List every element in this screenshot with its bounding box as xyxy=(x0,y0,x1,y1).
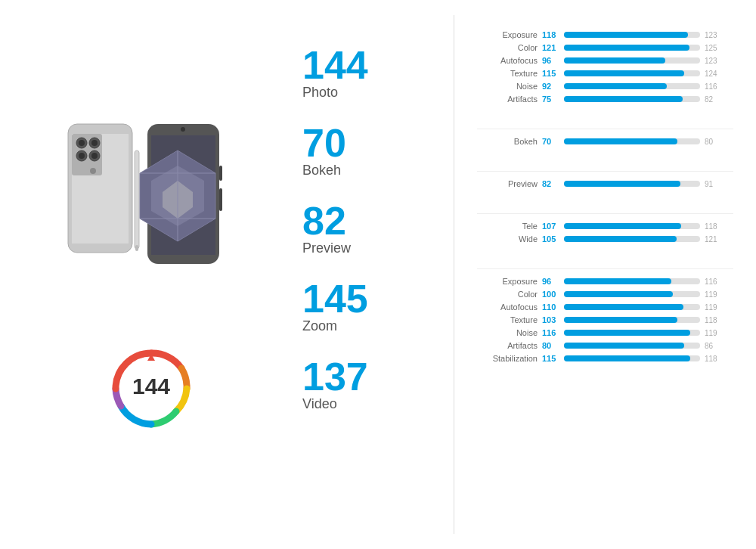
metric-max-value: 124 xyxy=(705,70,721,78)
metric-bar-container xyxy=(564,181,700,187)
metric-max-value: 123 xyxy=(705,57,721,65)
metric-label: Texture xyxy=(477,315,538,324)
metric-bar-fill xyxy=(564,317,677,323)
metric-bar-fill xyxy=(564,355,690,361)
metric-bar-container xyxy=(564,330,700,336)
photo-score-label: Photo xyxy=(302,85,446,101)
svg-text:144: 144 xyxy=(132,374,170,399)
left-panel: 144 xyxy=(23,15,280,534)
svg-rect-12 xyxy=(135,150,139,249)
metric-value: 80 xyxy=(542,341,560,350)
metric-bar-fill xyxy=(564,138,677,144)
metric-row: Exposure 96 116 xyxy=(477,277,733,286)
svg-point-10 xyxy=(91,153,98,159)
metric-bar-fill xyxy=(564,291,673,297)
main-container: 144 144 Photo 70 Bokeh 82 Prev xyxy=(0,0,756,549)
metric-value: 75 xyxy=(542,95,560,104)
video-metrics-group: Exposure 96 116 Color 100 119 Autofocus … xyxy=(477,277,733,367)
metric-max-value: 80 xyxy=(705,138,721,146)
metric-value: 96 xyxy=(542,56,560,65)
metric-row: Autofocus 110 119 xyxy=(477,302,733,312)
metric-max-value: 91 xyxy=(705,180,721,188)
separator-4 xyxy=(477,268,733,269)
metric-bar-fill xyxy=(564,343,684,349)
svg-rect-24 xyxy=(219,188,222,211)
metric-bar-fill xyxy=(564,330,690,336)
metric-bar-container xyxy=(564,304,700,310)
preview-score-section: 82 Preview xyxy=(302,201,446,279)
metric-bar-fill xyxy=(564,236,677,242)
metric-bar-container xyxy=(564,96,700,102)
metric-label: Bokeh xyxy=(477,137,538,146)
metric-bar-fill xyxy=(564,278,671,284)
metric-value: 118 xyxy=(542,30,560,39)
metric-bar-container xyxy=(564,317,700,323)
metric-max-value: 119 xyxy=(705,329,721,337)
svg-point-4 xyxy=(79,140,85,146)
separator-3 xyxy=(477,213,733,214)
metric-row: Autofocus 96 123 xyxy=(477,56,733,65)
metric-value: 96 xyxy=(542,277,560,286)
metric-row: Wide 105 121 xyxy=(477,234,733,243)
metric-bar-container xyxy=(564,291,700,297)
metric-bar-container xyxy=(564,57,700,64)
metric-label: Texture xyxy=(477,69,538,78)
metric-max-value: 116 xyxy=(705,82,721,91)
metric-label: Preview xyxy=(477,179,538,188)
metric-max-value: 82 xyxy=(705,95,721,104)
metric-value: 70 xyxy=(542,137,560,146)
metric-row: Bokeh 70 80 xyxy=(477,137,733,146)
metric-bar-fill xyxy=(564,83,667,89)
metric-bar-fill xyxy=(564,32,688,38)
metric-label: Artifacts xyxy=(477,95,538,104)
middle-panel: 144 Photo 70 Bokeh 82 Preview 145 Zoom 1… xyxy=(280,15,446,534)
right-panel: Exposure 118 123 Color 121 125 Autofocus… xyxy=(462,15,733,534)
metric-bar-container xyxy=(564,278,700,284)
metric-label: Color xyxy=(477,43,538,52)
metric-max-value: 118 xyxy=(705,355,721,363)
photo-score-section: 144 Photo xyxy=(302,45,446,123)
metric-bar-fill xyxy=(564,223,681,229)
metric-value: 82 xyxy=(542,179,560,188)
metric-bar-fill xyxy=(564,70,684,76)
metric-bar-fill xyxy=(564,57,665,64)
svg-rect-23 xyxy=(219,166,222,181)
metric-label: Wide xyxy=(477,234,538,243)
metric-value: 121 xyxy=(542,43,560,52)
metric-value: 105 xyxy=(542,234,560,243)
metric-value: 103 xyxy=(542,315,560,324)
metric-max-value: 118 xyxy=(705,316,721,324)
metric-label: Autofocus xyxy=(477,302,538,312)
metric-bar-fill xyxy=(564,45,689,51)
phone-image xyxy=(45,105,257,324)
metric-label: Exposure xyxy=(477,277,538,286)
metric-row: Noise 92 116 xyxy=(477,82,733,91)
metric-bar-container xyxy=(564,45,700,51)
bokeh-score-number: 70 xyxy=(302,123,446,163)
metric-label: Tele xyxy=(477,222,538,231)
metric-label: Stabilization xyxy=(477,354,538,363)
metric-value: 115 xyxy=(542,69,560,78)
metric-row: Color 121 125 xyxy=(477,43,733,52)
metric-max-value: 86 xyxy=(705,342,721,350)
metric-row: Preview 82 91 xyxy=(477,179,733,188)
metric-value: 115 xyxy=(542,354,560,363)
metric-row: Color 100 119 xyxy=(477,290,733,299)
metric-max-value: 118 xyxy=(705,222,721,231)
metric-row: Artifacts 80 86 xyxy=(477,341,733,350)
metric-row: Artifacts 75 82 xyxy=(477,95,733,104)
metric-bar-container xyxy=(564,32,700,38)
metric-bar-container xyxy=(564,355,700,361)
metric-max-value: 123 xyxy=(705,31,721,39)
metric-label: Noise xyxy=(477,82,538,91)
metric-bar-container xyxy=(564,343,700,349)
metric-row: Texture 115 124 xyxy=(477,69,733,78)
vertical-divider xyxy=(454,15,454,534)
video-score-section: 137 Video xyxy=(302,357,446,435)
metric-bar-container xyxy=(564,236,700,242)
metric-label: Autofocus xyxy=(477,56,538,65)
video-score-number: 137 xyxy=(302,357,446,396)
metric-bar-fill xyxy=(564,304,683,310)
svg-point-6 xyxy=(91,140,98,146)
bokeh-score-label: Bokeh xyxy=(302,163,446,178)
